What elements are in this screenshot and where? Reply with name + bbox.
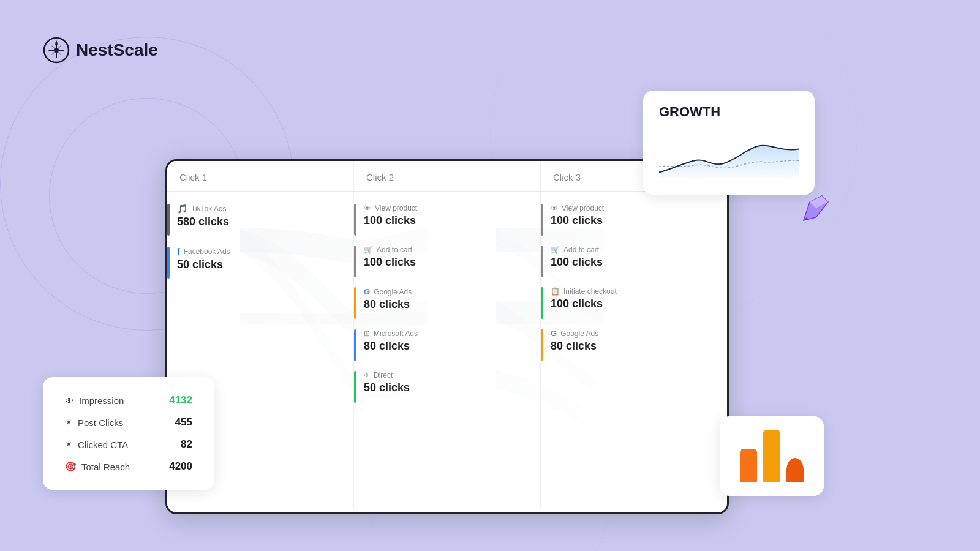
initiate-checkout-c3: 📋 Initiate checkout 100 clicks (551, 287, 717, 310)
post-clicks-label: ✴ Post Clicks (65, 417, 169, 428)
col-header-2: Click 2 (354, 161, 541, 191)
cart-icon-c2: 🛒 (364, 246, 373, 254)
growth-title: GROWTH (659, 104, 799, 120)
growth-chart (659, 127, 799, 182)
facebook-ads-item: f Facebook Ads 50 clicks (177, 247, 344, 271)
view-product-c3-clicks: 100 clicks (551, 214, 717, 227)
microsoft-ads-clicks: 80 clicks (364, 340, 530, 353)
tiktok-label: TikTok Ads (191, 204, 227, 213)
total-reach-icon: 🎯 (65, 461, 77, 472)
google-icon-c2: G (364, 287, 370, 296)
google-ads-c2-label: Google Ads (374, 288, 412, 296)
tiktok-header: 🎵 TikTok Ads (177, 204, 344, 214)
facebook-header: f Facebook Ads (177, 247, 344, 257)
facebook-label: Facebook Ads (184, 247, 230, 256)
microsoft-ads-c2: ⊞ Microsoft Ads 80 clicks (364, 329, 530, 353)
bar-3 (786, 430, 804, 482)
bar-1 (740, 430, 757, 482)
total-reach-value: 4200 (169, 460, 192, 473)
view-product-c3: 👁 View product 100 clicks (551, 204, 717, 227)
google-ads-c2-clicks: 80 clicks (364, 298, 530, 311)
direct-clicks: 50 clicks (364, 381, 530, 394)
direct-c2: ✈ Direct 50 clicks (364, 371, 530, 394)
stat-clicked-cta: ✴ Clicked CTA 82 (65, 438, 192, 451)
clicked-cta-icon: ✴ (65, 439, 73, 450)
facebook-icon: f (177, 247, 180, 257)
bar-rect-1 (740, 449, 757, 482)
col-header-1: Click 1 (167, 161, 354, 191)
add-cart-c2: 🛒 Add to cart 100 clicks (364, 246, 530, 269)
initiate-checkout-label: Initiate checkout (564, 287, 617, 296)
post-clicks-value: 455 (175, 416, 192, 429)
impression-label: 👁 Impression (65, 395, 163, 406)
total-reach-label: 🎯 Total Reach (65, 461, 163, 472)
google-ads-c3: G Google Ads 80 clicks (551, 329, 717, 353)
facebook-clicks: 50 clicks (177, 258, 344, 271)
view-product-c2-clicks: 100 clicks (364, 214, 530, 227)
bar-chart-card (720, 416, 824, 496)
google-ads-c3-label: Google Ads (560, 329, 598, 338)
bar-rect-2 (763, 430, 780, 482)
view-product-c2: 👁 View product 100 clicks (364, 204, 530, 227)
microsoft-icon: ⊞ (364, 329, 370, 338)
direct-label: Direct (374, 371, 393, 380)
stats-card: 👁 Impression 4132 ✴ Post Clicks 455 ✴ Cl… (43, 377, 214, 490)
growth-card: GROWTH (643, 91, 815, 195)
add-cart-c3-clicks: 100 clicks (551, 256, 717, 269)
main-panel: Click 1 Click 2 Click 3 (165, 159, 729, 514)
view-product-c2-label: View product (375, 204, 417, 212)
clicked-cta-value: 82 (181, 438, 192, 451)
add-cart-c2-clicks: 100 clicks (364, 256, 530, 269)
impression-icon: 👁 (65, 395, 74, 406)
clicked-cta-label: ✴ Clicked CTA (65, 439, 175, 450)
bar-rect-3 (786, 458, 804, 482)
tiktok-clicks: 580 clicks (177, 216, 344, 228)
logo: NestScale (43, 37, 158, 64)
eye-icon: 👁 (364, 204, 371, 212)
add-cart-c3: 🛒 Add to cart 100 clicks (551, 246, 717, 269)
impression-value: 4132 (169, 394, 192, 407)
logo-icon (43, 37, 70, 64)
pen-decoration (797, 190, 834, 227)
add-cart-c2-label: Add to cart (377, 246, 412, 254)
google-ads-c3-clicks: 80 clicks (551, 340, 717, 353)
stat-post-clicks: ✴ Post Clicks 455 (65, 416, 192, 429)
checkout-icon: 📋 (551, 287, 560, 296)
logo-name: NestScale (76, 40, 158, 60)
google-ads-c2: G Google Ads 80 clicks (364, 287, 530, 311)
tiktok-ads-item: 🎵 TikTok Ads 580 clicks (177, 204, 344, 228)
bar-2 (763, 430, 780, 482)
stat-total-reach: 🎯 Total Reach 4200 (65, 460, 192, 473)
microsoft-ads-label: Microsoft Ads (374, 329, 418, 338)
google-icon-c3: G (551, 329, 557, 338)
view-product-c3-label: View product (562, 204, 604, 212)
stat-impression: 👁 Impression 4132 (65, 394, 192, 407)
post-clicks-icon: ✴ (65, 417, 73, 428)
column-3: 👁 View product 100 clicks 🛒 Add to cart … (541, 192, 727, 509)
tiktok-icon: 🎵 (177, 204, 187, 214)
add-cart-c3-label: Add to cart (564, 246, 599, 254)
svg-point-1 (54, 48, 59, 53)
initiate-checkout-clicks: 100 clicks (551, 298, 717, 310)
direct-icon: ✈ (364, 371, 370, 380)
panel-body: 🎵 TikTok Ads 580 clicks f Facebook Ads 5… (167, 192, 727, 509)
eye-icon-c3: 👁 (551, 204, 558, 212)
cart-icon-c3: 🛒 (551, 246, 560, 254)
column-2: 👁 View product 100 clicks 🛒 Add to cart … (354, 192, 541, 509)
